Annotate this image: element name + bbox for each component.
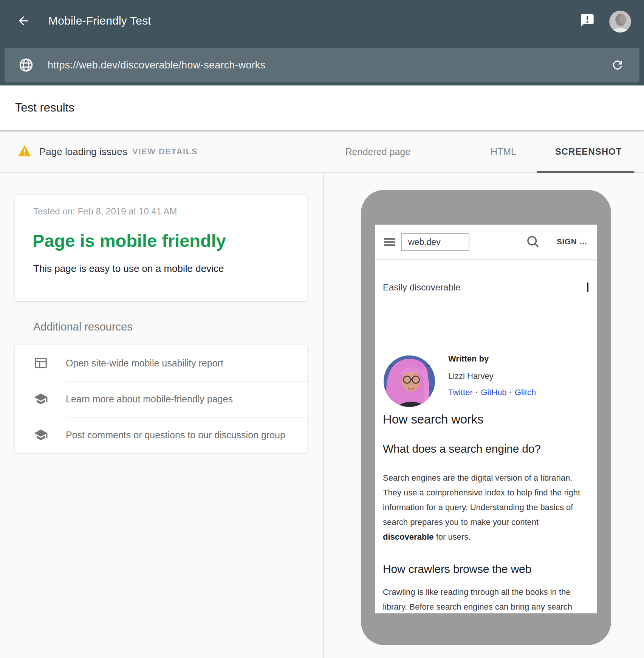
verdict-description: This page is easy to use on a mobile dev… <box>33 263 224 275</box>
resource-learn-more[interactable]: Learn more about mobile-friendly pages <box>15 381 307 417</box>
breadcrumb: Easily discoverable <box>383 282 460 293</box>
bold-keyword: discoverable <box>383 532 434 542</box>
resources-card: Open site-wide mobile usability report L… <box>15 345 307 453</box>
tab-rendered-page[interactable]: Rendered page <box>345 146 410 157</box>
paragraph-text: Search engines are the digital version o… <box>383 473 580 527</box>
written-by-label: Written by <box>448 354 489 364</box>
mobile-friendly-test-app: Mobile-Friendly Test <box>0 0 644 658</box>
active-tab-indicator <box>537 171 634 173</box>
result-card: Tested on: Feb 8, 2019 at 10:41 AM Page … <box>15 195 307 301</box>
view-details-button[interactable]: VIEW DETAILS <box>132 147 198 157</box>
additional-resources-heading: Additional resources <box>33 321 133 333</box>
phone-screenshot: web.dev SIGN … Easily discoverable <box>375 225 597 613</box>
url-bar[interactable]: https://web.dev/discoverable/how-search-… <box>5 48 639 82</box>
resource-usability-report[interactable]: Open site-wide mobile usability report <box>15 345 307 381</box>
article-title: How search works <box>383 412 483 427</box>
refresh-icon[interactable] <box>611 58 624 72</box>
app-bar: Mobile-Friendly Test <box>0 0 644 42</box>
avatar-photo <box>609 11 631 33</box>
panel-divider <box>323 130 324 658</box>
author-links: Twitter·GitHub·Glitch <box>448 388 536 397</box>
tab-html[interactable]: HTML <box>491 146 516 157</box>
results-header-band: Test results <box>0 85 644 130</box>
page-loading-issues-label: Page loading issues <box>39 146 127 157</box>
status-tabs-band: Page loading issues VIEW DETAILS Rendere… <box>0 130 644 173</box>
resource-label: Post comments or questions to our discus… <box>66 429 285 440</box>
url-text: https://web.dev/discoverable/how-search-… <box>48 59 265 71</box>
hamburger-menu-icon <box>383 236 396 248</box>
phone-mockup: web.dev SIGN … Easily discoverable <box>361 190 611 645</box>
paragraph-1: Search engines are the digital version o… <box>383 470 596 544</box>
user-avatar[interactable] <box>609 11 631 33</box>
author-name: Lizzi Harvey <box>448 371 494 381</box>
feedback-icon[interactable] <box>580 13 595 28</box>
section-heading-2: How crawlers browse the web <box>383 563 531 576</box>
link-separator: · <box>509 388 512 397</box>
link-twitter: Twitter <box>448 388 473 397</box>
back-arrow-icon[interactable] <box>17 14 30 28</box>
search-icon <box>526 234 541 250</box>
author-avatar <box>384 355 435 407</box>
globe-icon <box>18 57 34 73</box>
site-name: web.dev <box>408 237 441 247</box>
paragraph-2: Crawling is like reading through all the… <box>383 585 596 613</box>
tested-on-timestamp: Tested on: Feb 8, 2019 at 10:41 AM <box>33 206 177 217</box>
app-title: Mobile-Friendly Test <box>48 14 151 27</box>
tab-screenshot[interactable]: SCREENSHOT <box>555 146 622 157</box>
link-github: GitHub <box>481 388 506 397</box>
site-search-box: web.dev <box>401 233 469 251</box>
link-glitch: Glitch <box>515 388 536 397</box>
resource-label: Open site-wide mobile usability report <box>66 357 223 368</box>
url-zone: https://web.dev/discoverable/how-search-… <box>0 42 644 85</box>
page-title: Test results <box>15 101 74 115</box>
verdict-heading: Page is mobile friendly <box>33 230 226 251</box>
web-icon <box>34 356 48 370</box>
school-icon <box>34 392 48 406</box>
paragraph-text: for users. <box>434 532 471 542</box>
resource-label: Learn more about mobile-friendly pages <box>66 393 233 404</box>
warning-icon <box>17 144 32 158</box>
sign-in-label: SIGN … <box>557 237 587 246</box>
link-separator: · <box>475 388 478 397</box>
screenshot-site-header: web.dev SIGN … <box>375 225 597 259</box>
overflow-cursor-bar <box>587 282 588 292</box>
school-icon <box>34 428 48 442</box>
resource-discussion-group[interactable]: Post comments or questions to our discus… <box>15 417 307 453</box>
section-heading-1: What does a search engine do? <box>383 442 541 455</box>
